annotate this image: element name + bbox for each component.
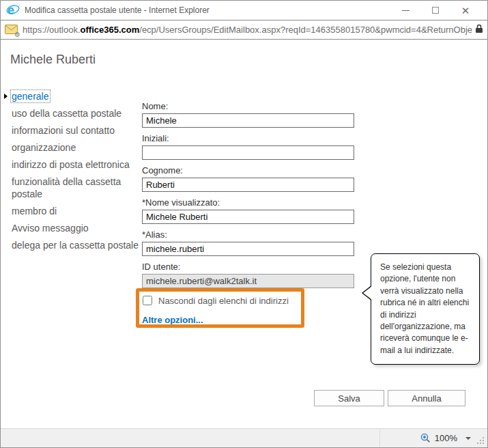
id-utente-label: ID utente:: [142, 262, 354, 272]
hide-from-address-lists-checkbox[interactable]: [143, 296, 152, 305]
url-path: /ecp/UsersGroups/EditMailbox.aspx?reqId=…: [139, 25, 472, 35]
url-scheme: https://outlook.: [23, 25, 81, 35]
iniziali-input[interactable]: [142, 145, 354, 160]
tooltip-text: Se selezioni questa opzione, l'utente no…: [380, 262, 469, 355]
selected-arrow-icon: [4, 94, 8, 99]
statusbar-divider: [379, 429, 380, 447]
hide-from-address-lists-row: Nascondi dagli elenchi di indirizzi: [142, 294, 354, 307]
field-nome-visualizzato: *Nome visualizzato:: [142, 197, 354, 224]
maximize-button[interactable]: [420, 1, 450, 20]
nav-item-delega-cassetta[interactable]: delega per la cassetta postale: [12, 239, 141, 251]
nav-item-avviso-messaggio[interactable]: Avviso messaggio: [12, 222, 141, 234]
sidebar-nav: generale uso della cassetta postale info…: [12, 90, 141, 256]
title-bar: e Modifica cassetta postale utente - Int…: [1, 1, 487, 20]
nav-item-membro-di[interactable]: membro di: [12, 205, 141, 217]
internet-explorer-icon: e: [6, 3, 20, 17]
field-alias: *Alias:: [142, 229, 354, 256]
zoom-level: 100%: [435, 433, 457, 443]
id-utente-input: [142, 274, 354, 288]
minimize-icon: [402, 10, 410, 11]
cognome-label: Cognome:: [142, 165, 354, 176]
browser-window: e Modifica cassetta postale utente - Int…: [0, 0, 488, 448]
close-button[interactable]: ✕: [450, 1, 480, 20]
field-id-utente: ID utente:: [142, 262, 354, 288]
zoom-magnifier-icon: [420, 433, 431, 443]
field-iniziali: Iniziali:: [142, 133, 354, 160]
nav-item-funzionalita-cassetta[interactable]: funzionalità della cassetta postale: [12, 176, 141, 200]
nome-visualizzato-label: *Nome visualizzato:: [142, 197, 354, 208]
nav-item-organizzazione[interactable]: organizzazione: [12, 141, 141, 154]
gear-icon: ⚙: [14, 31, 20, 38]
nav-item-indirizzo-posta[interactable]: indirizzo di posta elettronica: [12, 158, 141, 171]
zoom-control[interactable]: 100%: [420, 429, 471, 447]
field-cognome: Cognome:: [142, 165, 354, 192]
close-icon: ✕: [461, 5, 470, 16]
minimize-button[interactable]: [390, 1, 420, 20]
nav-item-uso-cassetta[interactable]: uso della cassetta postale: [12, 107, 141, 120]
field-nome: Nome:: [142, 101, 354, 128]
cancel-button[interactable]: Annulla: [388, 390, 465, 406]
save-button[interactable]: Salva: [314, 390, 384, 406]
nome-label: Nome:: [142, 101, 354, 111]
window-title: Modifica cassetta postale utente - Inter…: [25, 5, 210, 15]
url-text: https://outlook.office365.com/ecp/UsersG…: [23, 25, 472, 35]
ssl-lock-icon: [475, 24, 483, 36]
iniziali-label: Iniziali:: [142, 133, 354, 143]
resize-grip[interactable]: [483, 443, 484, 444]
nome-input[interactable]: [142, 113, 354, 128]
cognome-input[interactable]: [142, 178, 354, 192]
nav-item-generale[interactable]: generale: [12, 90, 141, 102]
tooltip-callout: Se selezioni questa opzione, l'utente no…: [371, 253, 480, 365]
maximize-icon: [432, 7, 439, 14]
alias-label: *Alias:: [142, 229, 354, 240]
chevron-down-icon: [465, 437, 471, 440]
status-bar: 100%: [1, 428, 487, 447]
url-domain: office365.com: [81, 25, 140, 35]
hide-from-address-lists-label[interactable]: Nascondi dagli elenchi di indirizzi: [158, 296, 289, 306]
mailbox-form: Nome: Iniziali: Cognome: *Nome visualizz…: [142, 101, 354, 326]
page-title: Michele Ruberti: [10, 53, 96, 67]
nav-item-informazioni-contatto[interactable]: informazioni sul contatto: [12, 124, 141, 137]
more-options-link[interactable]: Altre opzioni...: [142, 315, 203, 325]
window-controls: ✕: [390, 1, 480, 20]
nome-visualizzato-input[interactable]: [142, 210, 354, 224]
address-bar[interactable]: ⚙ https://outlook.office365.com/ecp/User…: [1, 20, 487, 40]
ecp-mail-settings-icon: ⚙: [5, 25, 18, 36]
alias-input[interactable]: [142, 242, 354, 256]
